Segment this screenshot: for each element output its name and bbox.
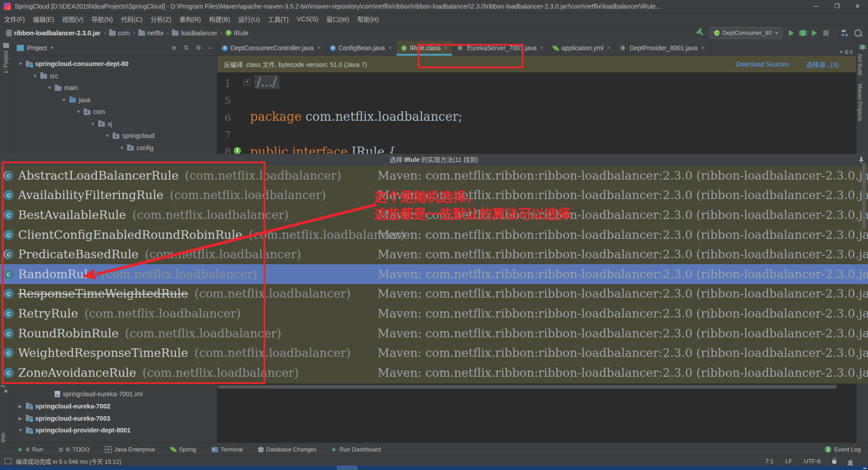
menu-item-0[interactable]: 文件(F) xyxy=(0,14,29,24)
fold-expand-icon[interactable]: + xyxy=(244,79,250,85)
tree-arrow-icon[interactable]: ▶ xyxy=(19,416,23,421)
toolwindow-tab-maven-projects[interactable]: Maven Projects xyxy=(857,84,863,121)
ant-icon[interactable] xyxy=(860,44,865,49)
tree-item-springcloud-eureka-7001-iml[interactable]: springcloud-eureka-7001.iml xyxy=(47,388,143,400)
chevron-down-icon[interactable]: ▼ xyxy=(50,46,54,50)
menu-item-5[interactable]: 分析(Z) xyxy=(146,14,175,24)
tree-item-springcloud-provider-dept-8001[interactable]: ▼springcloud-provider-dept-8001 xyxy=(19,424,131,436)
tree-arrow-icon[interactable]: ▼ xyxy=(105,133,110,138)
favorites-star-icon[interactable]: ★ xyxy=(0,388,12,394)
popup-scrollbar[interactable] xyxy=(862,163,866,229)
menu-item-6[interactable]: 重构(R) xyxy=(175,14,205,24)
tree-item-xj[interactable]: ▼xj xyxy=(91,118,112,130)
tab-close-icon[interactable]: × xyxy=(701,45,704,51)
bottom-bar-java-enterprise[interactable]: Java Enterprise xyxy=(105,446,155,453)
tree-arrow-icon[interactable]: ▼ xyxy=(19,62,23,66)
breadcrumb-item[interactable]: IIRule xyxy=(226,29,249,37)
tab-deptprovider-8001-java[interactable]: ⚙DeptProvider_8001.java× xyxy=(615,41,709,55)
menu-item-12[interactable]: 帮助(H) xyxy=(353,14,382,24)
tree-arrow-icon[interactable]: ▼ xyxy=(47,85,52,90)
tab-close-icon[interactable]: × xyxy=(607,45,610,51)
run-with-coverage-button[interactable] xyxy=(812,30,817,36)
tree-item-src[interactable]: ▼src xyxy=(33,70,58,82)
tree-item-com[interactable]: ▼com xyxy=(76,106,105,118)
menu-item-3[interactable]: 导航(N) xyxy=(87,14,117,24)
tree-item-springcloud-eureka-7003[interactable]: ▶springcloud-eureka-7003 xyxy=(19,413,110,424)
tab-close-icon[interactable]: × xyxy=(540,45,543,51)
tab-deptconsumercontroller-java[interactable]: CDeptConsumerController.java× xyxy=(217,41,326,55)
stop-button[interactable] xyxy=(823,30,829,36)
toolwindow-tab-ant-build[interactable]: Ant Build xyxy=(857,54,863,76)
hide-panel-icon[interactable]: ─ xyxy=(208,44,212,51)
choose-sources-link[interactable]: 选择源...(S) xyxy=(807,60,839,69)
line-ending[interactable]: LF xyxy=(785,458,792,465)
tab-configbean-java[interactable]: CConfigBean.java× xyxy=(326,41,397,55)
inspection-profile-icon[interactable] xyxy=(848,460,853,465)
run-button[interactable] xyxy=(789,30,794,36)
bottom-bar-database-changes[interactable]: Database Changes xyxy=(258,446,316,453)
maximize-button[interactable]: ❐ xyxy=(826,0,847,13)
toolwindow-tab-project[interactable]: 1: Project xyxy=(3,51,9,74)
tab-application-yml[interactable]: application.yml× xyxy=(548,41,615,55)
folded-comment[interactable]: /.../ xyxy=(254,75,279,89)
tree-item-java[interactable]: ▼java xyxy=(62,94,90,106)
tree-item-main[interactable]: ▼main xyxy=(47,82,78,94)
debug-button[interactable] xyxy=(800,30,806,36)
breadcrumb-item[interactable]: ribbon-loadbalancer-2.3.0.jar xyxy=(6,29,100,37)
readonly-lock-icon[interactable] xyxy=(832,460,836,464)
event-log-button[interactable]: 1 Event Log xyxy=(825,446,861,453)
tab-close-icon[interactable]: × xyxy=(388,45,392,51)
horizontal-scrollbar[interactable] xyxy=(217,385,837,389)
download-sources-link[interactable]: Download Sources xyxy=(736,61,789,68)
tree-arrow-icon[interactable]: ▼ xyxy=(76,109,81,114)
status-message[interactable]: 编译成功完成 in 5 s 548 ms (今天 15:12) xyxy=(16,457,121,465)
tree-arrow-icon[interactable]: ▼ xyxy=(33,74,38,78)
run-configuration-select[interactable]: DeptConsumer_80 ▼ xyxy=(710,27,783,39)
breadcrumb-label: loadbalancer xyxy=(181,29,217,37)
tree-item-springcloud-eureka-7002[interactable]: ▶springcloud-eureka-7002 xyxy=(19,400,110,412)
bottom-bar-6-todo[interactable]: ≣6: TODO xyxy=(58,446,89,453)
tab-close-icon[interactable]: × xyxy=(317,45,321,51)
menu-item-2[interactable]: 视图(V) xyxy=(58,14,88,24)
menu-item-11[interactable]: 窗口(W) xyxy=(322,14,354,24)
tree-item-config[interactable]: ▼config xyxy=(120,142,153,154)
menu-item-10[interactable]: VCS(S) xyxy=(292,15,322,23)
tab-overflow-control[interactable]: ▼≣4 xyxy=(839,49,853,55)
file-encoding[interactable]: UTF-8 xyxy=(804,458,821,465)
breadcrumb-item[interactable]: loadbalancer xyxy=(172,29,217,37)
folder-icon xyxy=(40,74,47,79)
toolwindow-toggle-icon[interactable] xyxy=(5,458,11,464)
locate-icon[interactable]: ⊕ xyxy=(171,44,176,51)
bottom-bar-terminal[interactable]: >_Terminal xyxy=(212,446,243,453)
tree-arrow-icon[interactable]: ▼ xyxy=(62,98,66,102)
tree-arrow-icon[interactable]: ▼ xyxy=(91,122,95,126)
bottom-bar-4-run[interactable]: 4: Run xyxy=(18,446,43,453)
menu-item-7[interactable]: 构建(B) xyxy=(205,14,234,24)
menu-item-1[interactable]: 编辑(E) xyxy=(29,14,58,24)
tree-item-springcloud[interactable]: ▼springcloud xyxy=(105,130,155,142)
caret-position[interactable]: 7:1 xyxy=(765,458,774,465)
search-everywhere-icon[interactable] xyxy=(854,29,862,37)
project-panel-title[interactable]: Project xyxy=(27,44,47,52)
gear-icon[interactable]: ⚙ xyxy=(196,44,201,51)
interface-gutter-icon[interactable]: I xyxy=(234,147,241,154)
collapse-all-icon[interactable]: ⇅ xyxy=(184,44,189,51)
project-structure-icon[interactable] xyxy=(842,30,848,36)
tree-arrow-icon[interactable]: ▼ xyxy=(19,428,23,432)
tree-item-springcloud-consumer-dept-80[interactable]: ▼springcloud-consumer-dept-80 xyxy=(19,58,128,70)
close-button[interactable]: ✕ xyxy=(847,0,868,13)
tree-arrow-icon[interactable]: ▶ xyxy=(19,404,23,408)
menu-item-9[interactable]: 工具(T) xyxy=(264,14,293,24)
build-hammer-icon[interactable] xyxy=(698,30,703,35)
bottom-bar-run-dashboard[interactable]: Run Dashboard xyxy=(332,446,381,453)
breadcrumb-item[interactable]: com xyxy=(109,29,130,37)
menu-item-8[interactable]: 运行(U) xyxy=(234,14,264,24)
tree-arrow-icon[interactable]: ▼ xyxy=(120,146,124,150)
breadcrumb-item[interactable]: netflix xyxy=(138,29,164,37)
java-ee-icon xyxy=(105,446,112,453)
bottom-bar-spring[interactable]: Spring xyxy=(170,446,196,453)
project-toolwindow-icon[interactable] xyxy=(3,43,9,48)
menu-item-4[interactable]: 代码(C) xyxy=(117,14,146,24)
minimize-button[interactable]: ─ xyxy=(806,0,826,13)
tree-item-label: main xyxy=(64,84,78,91)
